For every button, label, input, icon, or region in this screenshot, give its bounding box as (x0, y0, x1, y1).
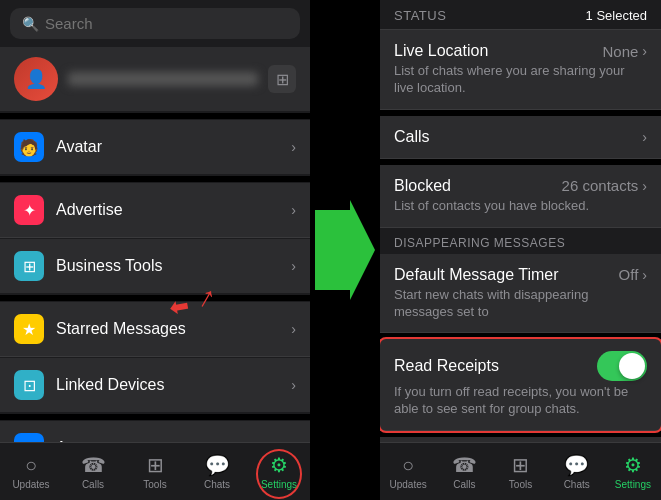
nav-calls-label: Calls (82, 479, 104, 490)
chevron-icon: › (642, 43, 647, 59)
chevron-icon: › (642, 178, 647, 194)
chevron-icon: › (291, 321, 296, 337)
read-receipts-subtitle: If you turn off read receipts, you won't… (394, 384, 647, 418)
settings-list: Live Location None › List of chats where… (380, 30, 661, 500)
menu-item-linked-label: Linked Devices (56, 376, 279, 394)
menu-list: 👤 ⊞ 🧑 Avatar › ✦ Advertise › ⊞ (0, 45, 310, 500)
search-bar[interactable]: 🔍 (10, 8, 300, 39)
settings-icon-right: ⚙ (624, 453, 642, 477)
bottom-nav-right: ○ Updates ☎ Calls ⊞ Tools 💬 Chats ⚙ Sett… (380, 442, 661, 500)
profile-section: 👤 ⊞ (0, 47, 310, 111)
read-receipts-right (597, 351, 647, 381)
chevron-icon: › (642, 129, 647, 145)
nav-updates[interactable]: ○ Updates (0, 454, 62, 490)
green-arrow-container (310, 0, 380, 500)
menu-item-starred-label: Starred Messages (56, 320, 279, 338)
chevron-icon: › (291, 377, 296, 393)
nav-right-updates[interactable]: ○ Updates (380, 454, 436, 490)
avatar-image: 👤 (14, 57, 58, 101)
toggle-knob (619, 353, 645, 379)
chats-nav-icon-right: 💬 (564, 453, 589, 477)
read-receipts-wrapper: Read Receipts If you turn off read recei… (380, 339, 661, 431)
calls-icon-right: ☎ (452, 453, 477, 477)
nav-chats-label: Chats (204, 479, 230, 490)
blocked-subtitle: List of contacts you have blocked. (394, 198, 647, 215)
updates-icon-right: ○ (402, 454, 414, 477)
nav-right-calls-label: Calls (453, 479, 475, 490)
chevron-icon: › (291, 139, 296, 155)
linked-devices-icon: ⊡ (14, 370, 44, 400)
nav-tools[interactable]: ⊞ Tools (124, 453, 186, 490)
settings-item-read-receipts[interactable]: Read Receipts If you turn off read recei… (380, 339, 661, 431)
menu-section-1: 🧑 Avatar › (0, 120, 310, 174)
profile-name (68, 72, 258, 86)
nav-right-settings[interactable]: ⚙ Settings (605, 453, 661, 490)
calls-right: › (642, 129, 647, 145)
menu-item-starred-messages[interactable]: ★ Starred Messages › (0, 302, 310, 357)
disappearing-section-label: Disappearing Messages (380, 228, 661, 254)
settings-item-calls[interactable]: Calls › (380, 116, 661, 159)
bottom-nav-left: ○ Updates ☎ Calls ⊞ Tools 💬 Chats ⚙ Sett… (0, 442, 310, 500)
menu-item-linked-devices[interactable]: ⊡ Linked Devices › (0, 358, 310, 412)
settings-item-blocked[interactable]: Blocked 26 contacts › List of contacts y… (380, 165, 661, 228)
status-row: Status 1 Selected (380, 0, 661, 30)
nav-settings[interactable]: ⚙ Settings (248, 453, 310, 490)
menu-item-business-tools-label: Business Tools (56, 257, 279, 275)
settings-item-live-location[interactable]: Live Location None › List of chats where… (380, 30, 661, 110)
advertise-icon: ✦ (14, 195, 44, 225)
status-value: 1 Selected (586, 8, 647, 23)
calls-icon: ☎ (81, 453, 106, 477)
svg-marker-0 (315, 200, 375, 300)
menu-item-avatar[interactable]: 🧑 Avatar › (0, 120, 310, 174)
settings-icon: ⚙ (270, 453, 288, 477)
starred-icon: ★ (14, 314, 44, 344)
nav-updates-label: Updates (12, 479, 49, 490)
chevron-icon: › (642, 267, 647, 283)
nav-right-chats-label: Chats (564, 479, 590, 490)
profile-item[interactable]: 👤 ⊞ (0, 47, 310, 111)
chevron-icon: › (291, 258, 296, 274)
green-arrow-svg (315, 200, 375, 300)
avatar: 👤 (14, 57, 58, 101)
nav-right-calls[interactable]: ☎ Calls (436, 453, 492, 490)
menu-section-3: ★ Starred Messages › ⊡ Linked Devices › (0, 302, 310, 412)
nav-chats[interactable]: 💬 Chats (186, 453, 248, 490)
timer-subtitle: Start new chats with disappearing messag… (394, 287, 647, 321)
status-label: Status (394, 8, 446, 23)
timer-right: Off › (619, 266, 647, 283)
menu-item-avatar-label: Avatar (56, 138, 279, 156)
nav-right-tools-label: Tools (509, 479, 532, 490)
blocked-right: 26 contacts › (562, 177, 647, 194)
read-receipts-title: Read Receipts (394, 357, 499, 375)
blocked-title: Blocked (394, 177, 451, 195)
blocked-value: 26 contacts (562, 177, 639, 194)
search-icon: 🔍 (22, 16, 39, 32)
menu-item-business-tools[interactable]: ⊞ Business Tools › (0, 239, 310, 293)
right-panel: Status 1 Selected Live Location None › L… (380, 0, 661, 500)
nav-right-settings-label: Settings (615, 479, 651, 490)
live-location-value: None (602, 43, 638, 60)
timer-value: Off (619, 266, 639, 283)
timer-title: Default Message Timer (394, 266, 559, 284)
live-location-title: Live Location (394, 42, 488, 60)
nav-right-tools[interactable]: ⊞ Tools (492, 453, 548, 490)
menu-section-2: ✦ Advertise › ⊞ Business Tools › (0, 183, 310, 293)
settings-item-timer[interactable]: Default Message Timer Off › Start new ch… (380, 254, 661, 334)
search-input[interactable] (45, 15, 288, 32)
menu-item-advertise-label: Advertise (56, 201, 279, 219)
nav-settings-label: Settings (261, 479, 297, 490)
nav-right-updates-label: Updates (389, 479, 426, 490)
calls-title: Calls (394, 128, 430, 146)
tools-icon: ⊞ (147, 453, 164, 477)
updates-icon: ○ (25, 454, 37, 477)
nav-tools-label: Tools (143, 479, 166, 490)
nav-calls[interactable]: ☎ Calls (62, 453, 124, 490)
live-location-right: None › (602, 43, 647, 60)
chevron-icon: › (291, 202, 296, 218)
live-location-subtitle: List of chats where you are sharing your… (394, 63, 647, 97)
nav-right-chats[interactable]: 💬 Chats (549, 453, 605, 490)
menu-item-advertise[interactable]: ✦ Advertise › (0, 183, 310, 238)
qr-icon[interactable]: ⊞ (268, 65, 296, 93)
left-panel: 🔍 👤 ⊞ 🧑 Avatar › ✦ (0, 0, 310, 500)
read-receipts-toggle[interactable] (597, 351, 647, 381)
